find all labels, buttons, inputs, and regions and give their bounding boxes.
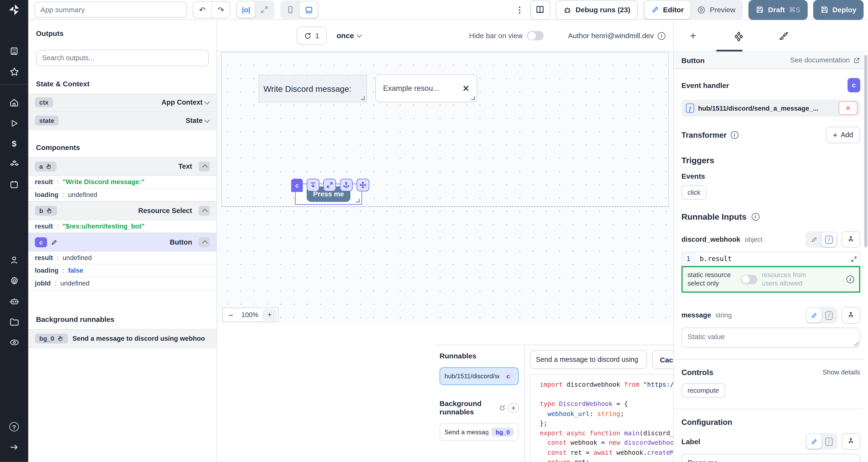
tab-styling[interactable] <box>772 31 796 41</box>
collapse-button[interactable] <box>199 237 210 248</box>
favorites-star-icon[interactable] <box>0 61 28 82</box>
resize-handle[interactable] <box>361 96 365 100</box>
right-panel-scrollbar[interactable] <box>864 52 868 462</box>
refresh-count-button[interactable]: 1 <box>297 27 327 45</box>
connect-plug-button[interactable] <box>841 433 860 450</box>
tab-insert-component[interactable]: + <box>682 30 705 42</box>
output-row[interactable]: result:"Write Discord message:" <box>28 176 217 189</box>
chevron-down-icon[interactable] <box>204 117 210 123</box>
state-row[interactable]: state State <box>28 112 217 130</box>
collapse-button[interactable] <box>199 206 210 216</box>
runnable-item-selected[interactable]: hub/1511/discord/se... c <box>440 367 519 385</box>
eval-mode-function-button[interactable]: f <box>822 434 836 449</box>
info-icon[interactable]: i <box>731 131 738 139</box>
label-value-input[interactable]: Press me <box>682 454 860 462</box>
redo-button[interactable]: ↷ <box>211 2 230 18</box>
home-icon[interactable] <box>0 92 28 113</box>
resource-select-component[interactable]: Example resou... ✕ <box>375 74 477 102</box>
edit-pencil-icon[interactable] <box>51 239 58 246</box>
fullwidth-layout-button[interactable] <box>255 2 274 18</box>
move-button[interactable] <box>356 179 369 191</box>
centered-layout-button[interactable]: |o| <box>237 2 255 18</box>
remove-handler-button[interactable]: ✕ <box>839 101 858 115</box>
refresh-mode-dropdown[interactable]: once <box>337 32 362 40</box>
output-row[interactable]: result:undefined <box>28 252 217 264</box>
script-name-input[interactable]: Send a message to discord using <box>530 350 647 369</box>
debug-runs-button[interactable]: Debug runs (23) <box>556 0 638 20</box>
add-background-runnable-button[interactable]: + <box>508 402 519 413</box>
draft-button[interactable]: Draft ⌘S <box>749 0 808 20</box>
deploy-button[interactable]: Deploy <box>813 0 864 20</box>
ctx-row[interactable]: ctx App Context <box>28 94 217 112</box>
component-a-header[interactable]: a Text <box>28 157 217 176</box>
eval-mode-function-button[interactable]: f <box>822 308 836 323</box>
output-row[interactable]: jobId:undefined <box>28 277 217 290</box>
message-static-value-input[interactable]: Static value <box>682 328 860 348</box>
app-summary-input[interactable]: App summary <box>34 2 187 18</box>
static-mode-pencil-button[interactable] <box>807 232 822 247</box>
resources-cubes-icon[interactable] <box>0 154 28 174</box>
output-row[interactable]: loading:undefined <box>28 189 217 201</box>
resize-handle[interactable] <box>854 341 859 346</box>
variables-dollar-icon[interactable]: $ <box>0 133 28 154</box>
mobile-view-button[interactable] <box>281 2 300 18</box>
zoom-out-button[interactable]: − <box>223 310 239 320</box>
tab-editor[interactable]: Editor <box>644 1 690 19</box>
runs-play-icon[interactable] <box>0 113 28 133</box>
component-c-header[interactable]: c Button <box>28 233 217 252</box>
collapse-arrow-icon[interactable] <box>0 437 28 458</box>
workers-robot-icon[interactable] <box>0 291 28 311</box>
resize-handle[interactable] <box>471 96 475 100</box>
static-mode-pencil-button[interactable] <box>807 308 822 323</box>
save-icon <box>820 6 829 14</box>
output-row[interactable]: result:"$res:u/henri/testing_bot" <box>28 220 217 233</box>
user-icon[interactable] <box>0 250 28 270</box>
zoom-in-button[interactable]: + <box>262 309 277 321</box>
expand-component-button[interactable] <box>323 179 336 191</box>
windmill-logo[interactable] <box>0 0 28 20</box>
scrollbar-thumb[interactable] <box>864 55 868 248</box>
workspace-icon[interactable] <box>0 41 28 61</box>
expand-editor-icon[interactable] <box>847 252 860 265</box>
audit-eye-icon[interactable] <box>0 332 28 352</box>
tab-preview[interactable]: Preview <box>690 1 742 19</box>
info-icon[interactable]: i <box>751 212 759 221</box>
resource-mode-toggle[interactable] <box>741 275 757 284</box>
desktop-view-button[interactable] <box>300 2 318 18</box>
eval-mode-function-button[interactable]: f <box>822 232 836 247</box>
help-icon[interactable]: ? <box>0 417 28 437</box>
see-documentation-link[interactable]: See documentation <box>790 57 860 64</box>
static-mode-pencil-button[interactable] <box>807 434 822 449</box>
settings-gear-icon[interactable] <box>0 270 28 291</box>
dock-down-button[interactable] <box>307 179 319 191</box>
search-outputs-input[interactable]: Search outputs... <box>36 50 209 66</box>
collapse-button[interactable] <box>199 161 210 171</box>
background-runnable-row[interactable]: bg_0 Send a message to discord using web… <box>28 329 217 348</box>
event-handler-runnable[interactable]: f hub/1511/discord/send_a_message_... ✕ <box>682 100 860 117</box>
show-details-link[interactable]: Show details <box>823 368 860 376</box>
component-b-header[interactable]: b Resource Select <box>28 201 217 220</box>
connect-plug-button[interactable] <box>841 307 860 324</box>
anchor-button[interactable] <box>340 179 352 191</box>
connect-plug-button[interactable] <box>841 231 860 248</box>
app-canvas[interactable]: Write Discord message: Example resou... … <box>217 52 673 324</box>
tab-component-settings[interactable] <box>727 31 750 41</box>
chevron-down-icon[interactable] <box>204 99 210 104</box>
hide-bar-toggle[interactable] <box>527 31 544 40</box>
folders-icon[interactable] <box>0 311 28 332</box>
resize-handle[interactable] <box>356 199 360 202</box>
info-icon[interactable]: i <box>846 275 854 283</box>
output-row[interactable]: loading:false <box>28 264 217 277</box>
clear-select-icon[interactable]: ✕ <box>463 83 470 93</box>
text-component[interactable]: Write Discord message: <box>258 75 367 102</box>
expression-editor[interactable]: 1 b.result <box>682 252 860 266</box>
add-transformer-button[interactable]: +Add <box>826 127 860 143</box>
selected-component-id-tab[interactable]: c <box>291 179 303 192</box>
docs-book-button[interactable] <box>530 0 550 20</box>
schedules-calendar-icon[interactable] <box>0 174 28 195</box>
more-options-kebab-icon[interactable]: ⋮ <box>515 5 525 15</box>
edit-pencil-icon[interactable] <box>499 404 506 411</box>
undo-button[interactable]: ↶ <box>193 2 212 18</box>
background-runnable-item[interactable]: Send a message... bg_0 <box>440 423 519 441</box>
info-icon[interactable]: i <box>658 32 665 39</box>
